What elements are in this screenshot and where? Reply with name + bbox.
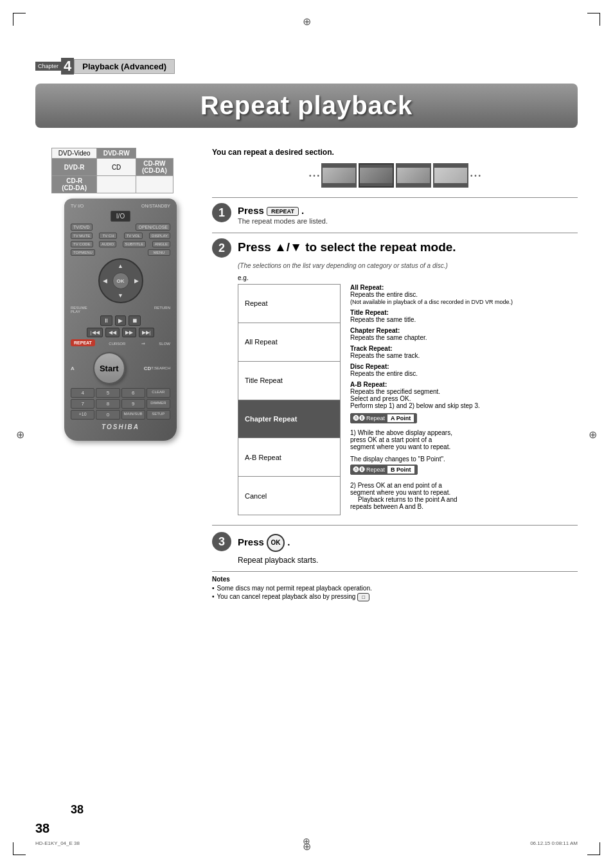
tvvol-button[interactable]: TV VOL	[124, 233, 143, 239]
pause-button[interactable]: ⏸	[100, 315, 112, 326]
num-plus10[interactable]: +10	[71, 410, 94, 420]
mode-row-allrepeat: All Repeat	[238, 323, 341, 361]
resume-play-label: RESUMEPLAY	[71, 306, 87, 314]
btn-a[interactable]: A	[71, 366, 75, 371]
topmenu-button[interactable]: TOPMENU	[71, 249, 95, 256]
ab-icon: 🅐🅑	[353, 415, 365, 421]
mode-row-titlerepeat: Title Repeat	[238, 361, 341, 400]
clear-button[interactable]: CLEAR	[147, 388, 170, 398]
step3-content: Repeat playback starts.	[212, 556, 578, 565]
dpad-right[interactable]: ▶	[134, 278, 139, 284]
mainsub-button[interactable]: MAIN/SUB	[121, 410, 145, 420]
b-point-label: B Point	[387, 466, 414, 474]
right-panel: You can repeat a desired section. • • • …	[212, 148, 578, 603]
disc-dvdr: DVD-R	[52, 159, 97, 176]
step3-block: 3 Press OK . Repeat playback starts.	[212, 532, 578, 565]
num-4[interactable]: 4	[71, 388, 94, 398]
ab-step1-text: While the above display appears,press OK…	[350, 429, 452, 450]
mode-allrepeat: All Repeat	[238, 323, 341, 361]
tvch-button[interactable]: TV CH	[99, 233, 117, 239]
tvdvd-button[interactable]: TV/DVD	[71, 224, 93, 231]
stop-button[interactable]: ⏹	[129, 315, 141, 326]
step1-circle: 1	[212, 203, 231, 222]
page-num-text: 38	[71, 803, 84, 817]
step1-block: 1 Press REPEAT . The repeat modes are li…	[212, 203, 578, 225]
step3-subtext: Repeat playback starts.	[238, 556, 578, 565]
mode-row-cancel: Cancel	[238, 477, 341, 515]
num-7[interactable]: 7	[71, 399, 94, 409]
dpad-down[interactable]: ▼	[118, 292, 123, 299]
start-button[interactable]: Start	[93, 352, 125, 384]
cursor-label: CURSOR	[109, 342, 125, 346]
desc-allrepeat-text: Repeats the entire disc.(Not available i…	[350, 291, 513, 305]
return-label: RETURN	[154, 306, 170, 314]
ab-instructions: 1) While the above display appears,press…	[350, 429, 578, 510]
setup-button[interactable]: SETUP	[147, 410, 170, 420]
start-label: Start	[100, 364, 119, 373]
num-8[interactable]: 8	[96, 399, 120, 409]
chapter-header: Chapter 4 Playback (Advanced)	[35, 58, 175, 75]
disc-cdrw: CD-RW(CD-DA)	[136, 159, 173, 176]
ok-key: OK	[267, 534, 285, 552]
num-6[interactable]: 6	[121, 388, 145, 398]
page-title: Repeat playback	[55, 91, 558, 120]
dimmer-button[interactable]: DIMMER	[147, 399, 170, 409]
footer-center: ⊕	[303, 836, 310, 846]
note-text-2: You can cancel repeat playback also by p…	[217, 593, 370, 601]
remote-wrapper: TV I/O ON/STANDBY I/O TV/DVD OPEN/CLOSE …	[35, 199, 206, 441]
num-5[interactable]: 5	[96, 388, 120, 398]
ab-display-b: 🅐🅑 Repeat B Point	[350, 465, 578, 477]
film-frame-1	[321, 163, 357, 188]
repeat-button[interactable]: REPEAT	[71, 339, 95, 346]
step3-press-label: Press	[238, 536, 264, 547]
repeat-key: REPEAT	[267, 207, 299, 216]
desc-chapterrepeat-text: Repeats the same chapter.	[350, 334, 427, 341]
cancel-key: □	[357, 593, 369, 601]
ok-button[interactable]: OK	[112, 272, 129, 289]
play-button[interactable]: ▶	[115, 315, 126, 326]
note-bullet-2: •	[212, 593, 215, 601]
subtitle-button[interactable]: SUBTITLE	[123, 241, 147, 247]
film-frame-2	[359, 163, 394, 188]
footer-left: HD-E1KY_04_E 38	[35, 840, 80, 846]
tvmute-button[interactable]: TV MUTE	[71, 233, 93, 239]
desc-abrepeat-title: A-B Repeat:	[350, 381, 387, 388]
ab-display-badge-b: 🅐🅑 Repeat B Point	[350, 465, 418, 475]
desc-titlerepeat: Title Repeat: Repeats the same title.	[350, 309, 578, 323]
menu-button[interactable]: MENU	[148, 249, 170, 256]
tvcode-button[interactable]: TV CODE	[71, 241, 93, 247]
angle-button[interactable]: ANGLE	[152, 241, 170, 247]
mode-repeat: Repeat	[238, 285, 341, 323]
slow-label: SLOW	[159, 342, 170, 346]
io-button[interactable]: I/O	[111, 211, 130, 222]
intro-text: You can repeat a desired section.	[212, 148, 578, 157]
desc-discrepeat: Disc Repeat: Repeats the entire disc.	[350, 363, 578, 377]
rew-button[interactable]: ◀◀	[105, 328, 120, 337]
disc-empty2	[136, 176, 173, 193]
desc-titlerepeat-text: Repeats the same title.	[350, 316, 416, 323]
ab-display-changes: The display changes to "B Point". 🅐🅑 Rep…	[350, 456, 578, 477]
mode-descriptions: All Repeat: Repeats the entire disc.(Not…	[350, 284, 578, 515]
fwd-button[interactable]: ▶▶	[122, 328, 136, 337]
display-button[interactable]: DISPLAY	[149, 233, 170, 239]
disc-empty1	[97, 176, 136, 193]
ab-step2-text: Press OK at an end point of asegment whe…	[350, 482, 450, 496]
step2-content: (The selections on the list vary dependi…	[212, 262, 578, 515]
step2-block: 2 Press ▲/▼ to select the repeat mode. (…	[212, 238, 578, 515]
next-chapter-button[interactable]: ▶▶|	[139, 328, 154, 337]
note-item-1: • Some discs may not permit repeat playb…	[212, 585, 578, 592]
on-standby-label: ON/STANDBY	[141, 204, 170, 208]
step3-number: 3	[218, 535, 225, 549]
disc-dvdrw: DVD-RW	[97, 148, 136, 159]
num-0[interactable]: 0	[96, 410, 120, 420]
prev-chapter-button[interactable]: |◀◀	[87, 328, 102, 337]
dpad-left[interactable]: ◀	[103, 278, 107, 284]
audio-button[interactable]: AUDIO	[99, 241, 116, 247]
dpad-up[interactable]: ▲	[118, 263, 123, 269]
remote-control: TV I/O ON/STANDBY I/O TV/DVD OPEN/CLOSE …	[64, 199, 177, 441]
num-9[interactable]: 9	[121, 399, 145, 409]
film-frame-3	[396, 163, 431, 188]
a-point-label: A Point	[387, 414, 414, 422]
openclose-button[interactable]: OPEN/CLOSE	[136, 224, 170, 231]
step2-circle: 2	[212, 238, 231, 258]
